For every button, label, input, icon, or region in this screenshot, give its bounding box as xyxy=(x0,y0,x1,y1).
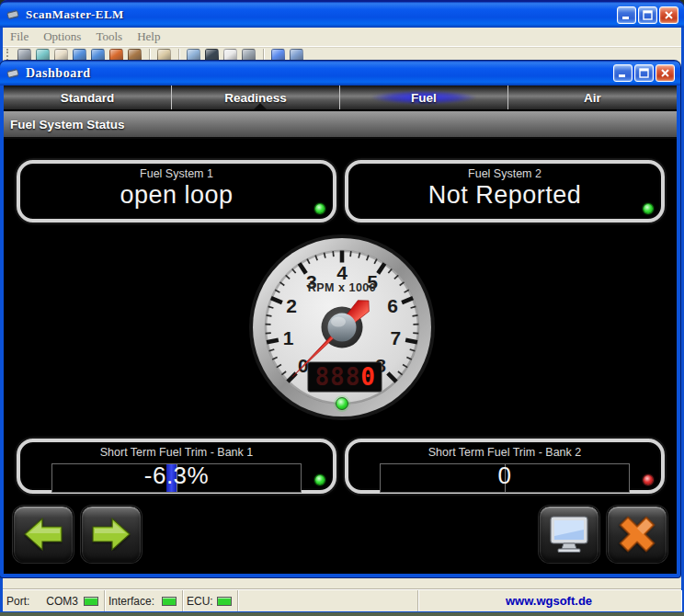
app-chip-icon xyxy=(6,8,20,21)
toolbar-separator xyxy=(178,49,179,62)
menu-options[interactable]: Options xyxy=(43,29,81,44)
dashboard-close-button[interactable] xyxy=(656,64,675,82)
fuel-system-2-led xyxy=(644,204,653,213)
dashboard-maximize-button[interactable] xyxy=(634,64,654,82)
fuel-system-2-value: Not Reported xyxy=(348,181,661,210)
fuel-system-2-panel: Fuel System 2 Not Reported xyxy=(345,160,665,222)
arrow-right-icon xyxy=(92,518,131,551)
toolbar-grip[interactable] xyxy=(6,49,11,61)
gauge-status-led xyxy=(336,398,348,410)
tab-pointer-icon xyxy=(254,103,267,109)
section-header-label: Fuel System Status xyxy=(10,118,125,131)
dashboard-minimize-button[interactable] xyxy=(613,64,633,82)
tab-fuel[interactable]: Fuel xyxy=(340,86,508,109)
tabbar: Standard Readiness Fuel Air xyxy=(4,86,677,109)
monitor-icon xyxy=(548,515,590,553)
close-x-icon xyxy=(616,513,658,555)
app-title: ScanMaster-ELM xyxy=(26,7,124,22)
dashboard-title: Dashboard xyxy=(26,66,91,81)
lcd-value: 0 xyxy=(360,363,376,391)
stft-bank-2-value: 0 xyxy=(381,462,629,490)
stft-bank-2-box: 0 xyxy=(380,463,630,493)
stft-bank-1-value: -6.3% xyxy=(52,462,301,490)
fuel-system-1-panel: Fuel System 1 open loop xyxy=(17,160,336,222)
statusbar-empty-cell xyxy=(238,590,418,611)
svg-text:8880: 8880 xyxy=(314,363,376,391)
stft-bank-2-panel: Short Term Fuel Trim - Bank 2 0 xyxy=(345,439,665,494)
dashboard-chip-icon xyxy=(6,67,20,80)
svg-text:6: 6 xyxy=(387,295,398,316)
interface-label: Interface: xyxy=(108,595,154,608)
dashboard-window: Dashboard Standard Readiness Fuel Air Fu… xyxy=(0,61,680,577)
display-mode-button[interactable] xyxy=(539,506,599,563)
previous-page-button[interactable] xyxy=(13,506,74,563)
ecu-status-led xyxy=(217,597,232,606)
toolbar-separator xyxy=(263,49,264,62)
stft-bank-2-label: Short Term Fuel Trim - Bank 2 xyxy=(348,446,661,459)
gauge-unit-label: RPM x 1000 xyxy=(308,281,376,294)
svg-text:4: 4 xyxy=(336,262,348,283)
ecu-label: ECU: xyxy=(187,595,213,608)
screen: ScanMaster-ELM File Options Tools Help P… xyxy=(0,0,684,616)
fuel-system-2-label: Fuel System 2 xyxy=(348,167,661,180)
statusbar-website-cell: www.wgsoft.de xyxy=(418,590,681,611)
interface-status-led xyxy=(162,597,177,606)
minimize-button[interactable] xyxy=(617,6,636,24)
stft-bank-2-led xyxy=(644,475,653,485)
statusbar: Port: COM3 Interface: ECU: www.wgsoft. xyxy=(3,589,681,611)
menubar: File Options Tools Help xyxy=(3,28,681,47)
rpm-gauge: 012345678 RPM x 1000 8880 xyxy=(245,231,439,424)
main-titlebar: ScanMaster-ELM xyxy=(0,0,684,28)
fuel-system-1-value: open loop xyxy=(20,181,333,210)
statusbar-ecu-cell: ECU: xyxy=(183,590,238,611)
lcd-ghost-digits: 888 xyxy=(314,363,360,391)
gauge-hub-cap xyxy=(328,314,357,342)
svg-text:1: 1 xyxy=(283,327,294,348)
tab-standard[interactable]: Standard xyxy=(4,86,172,109)
statusbar-port-cell: Port: COM3 xyxy=(3,590,105,611)
dashboard-titlebar: Dashboard xyxy=(0,61,680,86)
port-label: Port: xyxy=(6,595,29,608)
exit-dashboard-button[interactable] xyxy=(607,506,667,563)
section-header: Fuel System Status xyxy=(4,111,677,139)
next-page-button[interactable] xyxy=(81,506,142,563)
tab-air[interactable]: Air xyxy=(508,86,677,109)
svg-text:2: 2 xyxy=(286,295,297,316)
port-status-led xyxy=(84,597,98,606)
statusbar-interface-cell: Interface: xyxy=(105,590,183,611)
close-button[interactable] xyxy=(659,6,678,24)
stft-bank-1-led xyxy=(315,475,325,485)
dashboard-body: Standard Readiness Fuel Air Fuel System … xyxy=(4,86,677,574)
maximize-button[interactable] xyxy=(638,6,657,24)
arrow-left-icon xyxy=(24,518,63,551)
fuel-system-1-led xyxy=(315,204,325,213)
website-link[interactable]: www.wgsoft.de xyxy=(506,594,592,608)
port-value: COM3 xyxy=(46,595,78,608)
rpm-gauge-svg: 012345678 RPM x 1000 8880 xyxy=(245,231,439,424)
stft-bank-1-label: Short Term Fuel Trim - Bank 1 xyxy=(20,446,333,459)
gauge-lcd: 8880 xyxy=(308,362,382,392)
menu-help[interactable]: Help xyxy=(137,29,160,44)
menu-tools[interactable]: Tools xyxy=(96,29,122,44)
stft-bank-1-box: -6.3% xyxy=(51,463,302,493)
svg-text:7: 7 xyxy=(391,327,402,348)
stft-bank-1-panel: Short Term Fuel Trim - Bank 1 -6.3% xyxy=(17,439,336,494)
menu-file[interactable]: File xyxy=(10,29,28,44)
fuel-system-1-label: Fuel System 1 xyxy=(20,167,333,180)
toolbar-separator xyxy=(149,49,150,62)
